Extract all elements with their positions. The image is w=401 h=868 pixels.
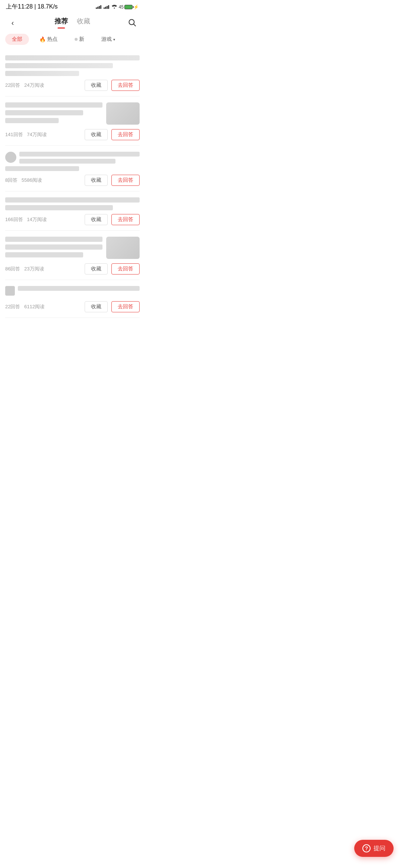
question-card: 8回答 5586阅读 收藏 去回答 bbox=[5, 146, 140, 191]
filter-game[interactable]: 游戏 ▾ bbox=[95, 34, 122, 45]
answer-button-1[interactable]: 去回答 bbox=[111, 80, 140, 91]
blur-row bbox=[5, 152, 140, 164]
status-network: 18.7K/s bbox=[38, 3, 58, 10]
collect-button-1[interactable]: 收藏 bbox=[85, 80, 108, 91]
thumb-placeholder bbox=[5, 286, 15, 296]
search-button[interactable] bbox=[125, 16, 139, 29]
blur-text bbox=[5, 110, 83, 115]
status-time-network: 上午11:28 | 18.7K/s bbox=[6, 3, 58, 11]
collect-button-5[interactable]: 收藏 bbox=[85, 263, 108, 274]
question-image-5 bbox=[106, 237, 140, 259]
nav-tabs: 推荐 收藏 bbox=[55, 17, 90, 29]
meta-actions-3: 收藏 去回答 bbox=[85, 175, 140, 186]
filter-new[interactable]: 新 bbox=[68, 34, 91, 45]
question-content-4 bbox=[5, 197, 140, 210]
meta-actions-4: 收藏 去回答 bbox=[85, 214, 140, 225]
battery-fill bbox=[125, 6, 130, 9]
answer-button-2[interactable]: 去回答 bbox=[111, 129, 140, 140]
filter-all[interactable]: 全部 bbox=[5, 34, 29, 45]
collect-button-4[interactable]: 收藏 bbox=[85, 214, 108, 225]
meta-stats-5: 86回答 23万阅读 bbox=[5, 266, 44, 272]
meta-actions-1: 收藏 去回答 bbox=[85, 80, 140, 91]
search-icon bbox=[128, 19, 136, 27]
bar4 bbox=[108, 5, 109, 9]
question-meta-2: 141回答 74万阅读 收藏 去回答 bbox=[5, 129, 140, 140]
tab-recommend[interactable]: 推荐 bbox=[55, 17, 68, 29]
blur-text bbox=[5, 118, 59, 123]
new-dot-icon bbox=[75, 38, 78, 41]
hot-icon: 🔥 bbox=[39, 36, 46, 42]
bar2 bbox=[105, 7, 106, 9]
answer-button-3[interactable]: 去回答 bbox=[111, 175, 140, 186]
question-content-1 bbox=[5, 55, 140, 76]
bar1 bbox=[96, 7, 97, 9]
collect-button-3[interactable]: 收藏 bbox=[85, 175, 108, 186]
status-time: 上午11:28 bbox=[6, 3, 33, 10]
question-card: 22回答 24万阅读 收藏 去回答 bbox=[5, 49, 140, 96]
questions-list: 22回答 24万阅读 收藏 去回答 bbox=[0, 49, 145, 318]
battery-container: 45 ⚡ bbox=[119, 4, 139, 10]
meta-actions-5: 收藏 去回答 bbox=[85, 263, 140, 274]
answer-button-5[interactable]: 去回答 bbox=[111, 263, 140, 274]
back-icon: ‹ bbox=[12, 19, 14, 27]
blur-row bbox=[5, 286, 140, 296]
question-card: 141回答 74万阅读 收藏 去回答 bbox=[5, 96, 140, 146]
meta-stats-4: 166回答 14万阅读 bbox=[5, 216, 47, 223]
status-bar: 上午11:28 | 18.7K/s 45 bbox=[0, 0, 145, 12]
bar2 bbox=[97, 7, 98, 9]
blur-text bbox=[5, 252, 83, 257]
blur-text bbox=[5, 197, 140, 203]
back-button[interactable]: ‹ bbox=[6, 16, 19, 29]
filter-bar: 全部 🔥 热点 新 游戏 ▾ bbox=[0, 29, 145, 49]
question-content-5 bbox=[5, 237, 140, 259]
battery-level: 45 bbox=[119, 4, 124, 10]
meta-actions-6: 收藏 去回答 bbox=[85, 301, 140, 312]
answer-button-4[interactable]: 去回答 bbox=[111, 214, 140, 225]
charging-icon: ⚡ bbox=[133, 4, 139, 10]
question-content-3 bbox=[5, 152, 140, 171]
filter-hot[interactable]: 🔥 热点 bbox=[33, 34, 64, 45]
question-image-2 bbox=[106, 102, 140, 125]
blur-text bbox=[19, 159, 115, 164]
signal-bars-1 bbox=[96, 5, 101, 9]
text-col bbox=[18, 286, 140, 296]
meta-stats-3: 8回答 5586阅读 bbox=[5, 177, 42, 184]
header: ‹ 推荐 收藏 bbox=[0, 12, 145, 29]
question-meta-3: 8回答 5586阅读 收藏 去回答 bbox=[5, 175, 140, 186]
blur-text bbox=[5, 166, 79, 171]
question-meta-4: 166回答 14万阅读 收藏 去回答 bbox=[5, 214, 140, 225]
blur-text bbox=[5, 71, 79, 76]
tab-favorites[interactable]: 收藏 bbox=[77, 17, 90, 29]
question-meta-1: 22回答 24万阅读 收藏 去回答 bbox=[5, 80, 140, 91]
question-card: 86回答 23万阅读 收藏 去回答 bbox=[5, 231, 140, 280]
blur-text bbox=[5, 244, 102, 250]
bar3 bbox=[107, 6, 108, 9]
avatar-placeholder bbox=[5, 152, 16, 163]
wifi-icon bbox=[111, 4, 117, 10]
meta-stats-1: 22回答 24万阅读 bbox=[5, 82, 44, 89]
status-separator: | bbox=[35, 3, 38, 10]
blur-text bbox=[5, 102, 102, 108]
question-card: 166回答 14万阅读 收藏 去回答 bbox=[5, 191, 140, 231]
bar1 bbox=[104, 7, 105, 9]
answer-button-6[interactable]: 去回答 bbox=[111, 301, 140, 312]
blur-text bbox=[5, 63, 113, 68]
bar4 bbox=[100, 5, 101, 9]
blur-text bbox=[5, 205, 113, 210]
collect-button-2[interactable]: 收藏 bbox=[85, 129, 108, 140]
meta-stats-6: 22回答 6112阅读 bbox=[5, 303, 45, 310]
collect-button-6[interactable]: 收藏 bbox=[85, 301, 108, 312]
signal-bars-2 bbox=[104, 5, 109, 9]
dropdown-icon: ▾ bbox=[113, 37, 115, 42]
blur-text bbox=[19, 152, 140, 157]
blur-text bbox=[5, 55, 140, 60]
question-meta-5: 86回答 23万阅读 收藏 去回答 bbox=[5, 263, 140, 274]
question-content-2 bbox=[5, 102, 140, 125]
question-card: 22回答 6112阅读 收藏 去回答 bbox=[5, 280, 140, 318]
text-lines bbox=[5, 237, 102, 259]
bar3 bbox=[99, 6, 100, 9]
battery-icon bbox=[124, 5, 133, 9]
text-col bbox=[19, 152, 140, 164]
meta-stats-2: 141回答 74万阅读 bbox=[5, 131, 47, 138]
status-icons: 45 ⚡ bbox=[96, 4, 139, 10]
